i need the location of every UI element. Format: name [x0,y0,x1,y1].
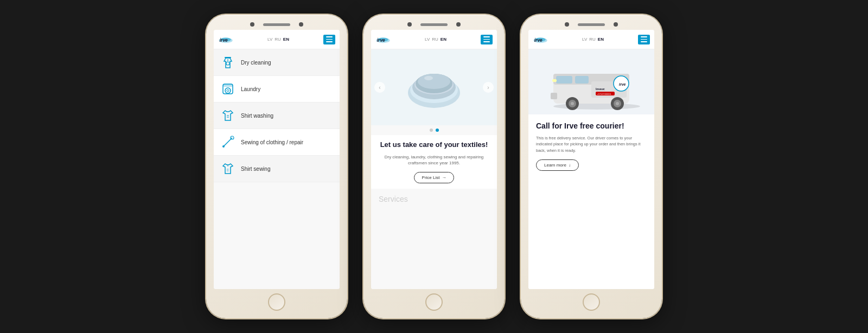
phone-bottom-3 [528,293,654,311]
courier-title: Call for Irve free courier! [536,121,647,131]
dot-2[interactable] [436,129,439,132]
menu-line-1 [326,36,333,37]
van-image: irve Izsauc +37167000001 [528,49,654,114]
menu-label-shirt-sewing: Shirt sewing [241,166,270,172]
lang-group-3: LV RU EN [582,37,604,42]
menu-button-1[interactable] [323,35,335,44]
lang-en-2[interactable]: EN [441,37,446,42]
logo-2: irve [375,35,391,44]
logo-swoosh-3: irve [533,35,548,44]
svg-point-14 [222,145,225,148]
price-list-label: Price List [422,175,440,180]
logo-swoosh-2: irve [375,35,391,44]
svg-rect-49 [551,93,557,99]
svg-text:irve: irve [534,37,542,43]
svg-text:irve: irve [619,82,626,86]
slider-area: ‹ › [371,49,497,125]
speaker-2 [420,23,448,26]
courier-content: Call for Irve free courier! This is free… [528,114,654,289]
logo-3: irve [533,35,548,44]
slider-arrow-left[interactable]: ‹ [374,82,385,93]
home-button-2[interactable] [425,293,443,311]
phone-courier: irve LV RU EN [521,15,662,318]
phone-screen-2: irve LV RU EN ‹ [371,30,497,289]
svg-rect-35 [556,76,572,84]
home-button-3[interactable] [583,293,600,311]
svg-point-4 [226,62,229,65]
menu-item-shirt-washing[interactable]: Shirt washing [214,103,340,129]
phone-top-2 [371,22,497,27]
menu-line-2 [326,39,333,40]
dry-clean-icon [220,55,235,70]
camera-2 [299,22,303,27]
price-list-button[interactable]: Price List → [414,172,455,183]
menu-item-sewing-repair[interactable]: Sewing of clothing / repair [214,129,340,156]
app-header-2: irve LV RU EN [371,30,497,49]
dot-1[interactable] [430,129,433,132]
menu-button-2[interactable] [481,35,493,44]
menu-line-5 [483,39,490,40]
svg-point-45 [571,102,574,105]
home-button-1[interactable] [268,293,285,311]
camera-1 [250,22,254,27]
menu-item-laundry[interactable]: Laundry [214,76,340,103]
svg-point-27 [418,74,450,89]
lang-en-3[interactable]: EN [598,37,604,42]
menu-label-shirt-washing: Shirt washing [241,113,273,119]
speaker-1 [263,23,290,26]
phone-menu: irve LV RU EN [206,15,347,318]
lang-lv-1[interactable]: LV [267,37,272,42]
menu-line-7 [641,36,647,37]
lang-en-1[interactable]: EN [283,37,289,42]
phone-slider: irve LV RU EN ‹ [363,15,505,318]
slider-arrow-right[interactable]: › [483,82,494,93]
pillows-image [404,63,464,112]
lang-group-2: LV RU EN [425,37,446,42]
svg-text:irve: irve [377,37,385,43]
lang-ru-2[interactable]: RU [432,37,438,42]
camera-3 [407,22,412,27]
logo-1: irve [218,35,233,44]
slider-section: ‹ › [371,49,497,289]
menu-button-3[interactable] [638,35,650,44]
app-header-1: irve LV RU EN [214,30,340,49]
menu-list: Dry cleaning Laundry [214,49,340,289]
lang-ru-1[interactable]: RU [275,37,281,42]
phones-container: irve LV RU EN [206,15,662,318]
lang-ru-3[interactable]: RU [589,37,596,42]
laundry-icon [220,81,235,97]
svg-rect-50 [552,79,557,82]
camera-6 [614,22,618,27]
sewing-icon [220,135,235,150]
slider-title: Let us take care of your textiles! [379,140,489,150]
lang-lv-2[interactable]: LV [425,37,430,42]
svg-text:+37167000001: +37167000001 [597,93,612,95]
learn-more-icon: ↓ [569,163,571,168]
menu-item-dry-cleaning[interactable]: Dry cleaning [214,49,340,76]
lang-lv-3[interactable]: LV [582,37,587,42]
menu-item-shirt-sewing[interactable]: Shirt sewing [214,156,340,182]
price-list-arrow: → [442,175,446,180]
slider-dots [371,125,497,135]
courier-section: irve Izsauc +37167000001 [528,49,654,289]
phone-top-1 [214,22,340,27]
lang-group-1: LV RU EN [267,37,289,42]
svg-text:irve: irve [220,37,228,43]
phone-top-3 [528,22,654,27]
menu-line-8 [641,39,647,40]
shirt-wash-icon [220,108,235,123]
svg-rect-36 [575,76,589,84]
learn-more-label: Learn more [544,163,566,168]
menu-line-3 [326,41,333,42]
svg-point-48 [616,102,619,105]
svg-point-8 [225,88,231,93]
phone-screen-1: irve LV RU EN [214,30,340,289]
camera-5 [565,22,569,27]
phone-bottom-2 [371,293,497,311]
menu-line-4 [483,36,490,37]
learn-more-button[interactable]: Learn more ↓ [536,159,579,171]
phone-bottom-1 [214,293,340,311]
menu-line-6 [483,41,490,42]
menu-line-9 [641,41,647,42]
logo-swoosh-1: irve [218,35,233,44]
